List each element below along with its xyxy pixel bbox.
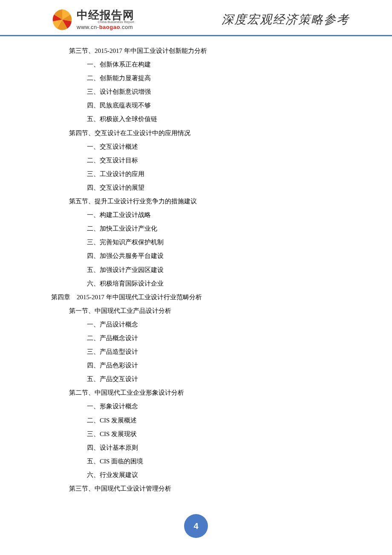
page-number-badge: 4	[184, 514, 208, 538]
logo-text: 中经报告网 China Bussiness Report www.cn-baog…	[77, 9, 134, 30]
toc-entry: 六、积极培育国际设计企业	[51, 277, 341, 290]
toc-entry: 第三节、中国现代工业设计管理分析	[51, 482, 341, 495]
toc-entry: 第一节、中国现代工业产品设计分析	[51, 304, 341, 318]
toc-entry: 四、民族底蕴表现不够	[51, 98, 341, 112]
toc-entry: 一、产品设计概念	[51, 318, 341, 331]
toc-entry: 二、CIS 发展概述	[51, 413, 341, 427]
toc-entry: 三、工业设计的应用	[51, 167, 341, 181]
logo-icon	[51, 9, 73, 31]
toc-entry: 三、完善知识产权保护机制	[51, 235, 341, 249]
toc-entry: 第二节、中国现代工业企业形象设计分析	[51, 386, 341, 399]
header-slogan: 深度宏观经济策略参考	[222, 12, 349, 28]
toc-content: 第三节、2015-2017 年中国工业设计创新能力分析 一、创新体系正在构建 二…	[0, 44, 392, 495]
page-number: 4	[193, 521, 198, 531]
toc-entry: 五、加强设计产业园区建设	[51, 263, 341, 277]
toc-entry: 四、设计基本原则	[51, 441, 341, 454]
toc-entry: 第四章 2015-2017 年中国现代工业设计行业范畴分析	[51, 290, 341, 304]
toc-entry: 三、产品造型设计	[51, 345, 341, 358]
toc-entry: 三、设计创新意识增强	[51, 85, 341, 98]
toc-entry: 第三节、2015-2017 年中国工业设计创新能力分析	[51, 44, 341, 58]
toc-entry: 一、构建工业设计战略	[51, 208, 341, 222]
toc-entry: 二、加快工业设计产业化	[51, 222, 341, 235]
toc-entry: 四、交互设计的展望	[51, 181, 341, 194]
toc-entry: 五、产品交互设计	[51, 372, 341, 386]
logo-area: 中经报告网 China Bussiness Report www.cn-baog…	[51, 9, 134, 31]
toc-entry: 第四节、交互设计在工业设计中的应用情况	[51, 126, 341, 140]
toc-entry: 四、加强公共服务平台建设	[51, 249, 341, 263]
toc-entry: 一、交互设计概述	[51, 140, 341, 153]
toc-entry: 二、创新能力显著提高	[51, 71, 341, 85]
toc-entry: 第五节、提升工业设计行业竞争力的措施建议	[51, 194, 341, 208]
toc-entry: 二、交互设计目标	[51, 153, 341, 167]
logo-url: www.cn-baogao.com	[77, 24, 134, 30]
toc-entry: 六、行业发展建议	[51, 468, 341, 482]
toc-entry: 五、积极嵌入全球价值链	[51, 112, 341, 126]
toc-entry: 二、产品概念设计	[51, 331, 341, 345]
toc-entry: 四、产品色彩设计	[51, 358, 341, 372]
toc-entry: 一、形象设计概念	[51, 399, 341, 413]
toc-entry: 五、CIS 面临的困境	[51, 454, 341, 468]
page-header: 中经报告网 China Bussiness Report www.cn-baog…	[0, 0, 392, 36]
toc-entry: 三、CIS 发展现状	[51, 427, 341, 441]
toc-entry: 一、创新体系正在构建	[51, 58, 341, 71]
logo-title: 中经报告网	[77, 9, 134, 21]
